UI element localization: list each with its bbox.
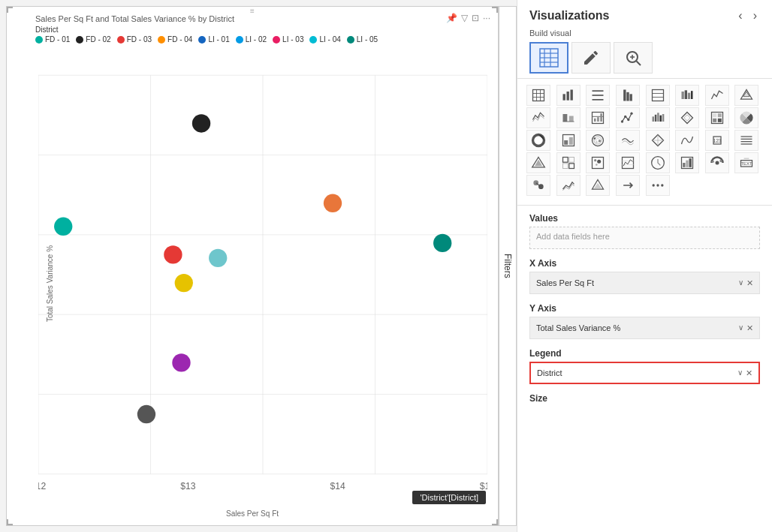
legend-value-box[interactable]: District ∨ ✕: [529, 362, 760, 384]
key-influencer-icon[interactable]: [705, 152, 729, 173]
legend-remove[interactable]: ✕: [746, 368, 752, 378]
data-point-li04[interactable]: [137, 405, 155, 423]
data-point-li01[interactable]: [324, 194, 342, 212]
pie-chart-icon[interactable]: [734, 107, 758, 128]
data-point-fd04[interactable]: [175, 274, 193, 292]
svg-rect-38: [570, 90, 572, 101]
legend-item: FD - 04: [158, 35, 192, 44]
svg-rect-77: [564, 140, 568, 145]
legend-item-label: LI - 04: [319, 35, 340, 44]
svg-rect-100: [568, 164, 574, 169]
svg-rect-58: [597, 117, 599, 122]
table-matrix-icon[interactable]: [526, 85, 550, 106]
viz-type-format[interactable]: [571, 42, 611, 74]
data-point-fd01[interactable]: [54, 218, 72, 236]
legend-chevron[interactable]: ∨: [737, 368, 743, 378]
data-point-li02[interactable]: [209, 249, 227, 267]
waterfall-icon[interactable]: [556, 130, 581, 151]
more-icon[interactable]: ···: [483, 13, 490, 23]
arrow-chart-icon[interactable]: [675, 130, 699, 151]
chart-table-icon[interactable]: [586, 107, 610, 128]
y-axis-remove[interactable]: ✕: [746, 323, 753, 333]
viz-nav-right[interactable]: ›: [750, 9, 760, 23]
multi-line-icon[interactable]: [526, 107, 550, 128]
multi-row-card-icon[interactable]: [734, 130, 758, 151]
bar-chart-icon[interactable]: [556, 85, 581, 106]
data-point-li05[interactable]: [433, 234, 451, 252]
gauge-icon[interactable]: [646, 152, 670, 173]
legend-item-label: FD - 03: [127, 35, 152, 44]
x-axis-section: X Axis Sales Per Sq Ft ∨ ✕: [517, 254, 772, 299]
donut-chart-icon[interactable]: [526, 130, 550, 151]
more-visuals-icon[interactable]: [616, 175, 640, 196]
legend-item-label: LI - 01: [208, 35, 229, 44]
expand-icon[interactable]: ⊡: [472, 13, 479, 23]
filters-tab[interactable]: Filters: [499, 6, 517, 526]
decomp-tree-icon[interactable]: [526, 152, 550, 173]
scatter-plot: 0% -2% -4% -6% -8% -10% $12 $13 $14 $15: [38, 47, 487, 503]
data-point-fd03[interactable]: [164, 245, 182, 263]
x-axis-chevron[interactable]: ∨: [738, 278, 743, 288]
values-placeholder-text: Add data fields here: [536, 232, 610, 241]
smart-narrative-icon[interactable]: [526, 175, 550, 196]
svg-rect-97: [562, 158, 568, 163]
combo-chart-icon[interactable]: [556, 107, 581, 128]
matrix-icon[interactable]: [556, 152, 581, 173]
column-chart-icon[interactable]: [616, 85, 640, 106]
legend-item: LI - 01: [198, 35, 229, 44]
horizontal-bar-icon[interactable]: [586, 85, 610, 106]
legend-dot: [309, 36, 317, 44]
svg-text:$12: $12: [38, 481, 46, 491]
svg-rect-45: [652, 90, 663, 101]
legend-item: FD - 01: [35, 35, 70, 44]
histogram-icon[interactable]: [646, 107, 670, 128]
viz-panel: Visualizations ‹ › Build visual 123TEXT: [517, 0, 772, 532]
x-axis-value-text: Sales Per Sq Ft: [536, 278, 594, 287]
data-point-li03[interactable]: [172, 353, 190, 371]
line-chart-icon[interactable]: [705, 85, 729, 106]
svg-rect-78: [568, 137, 572, 145]
viz-type-table[interactable]: [529, 42, 568, 74]
line-clustered-icon[interactable]: [616, 152, 640, 173]
svg-rect-31: [533, 90, 544, 101]
legend-item: FD - 03: [117, 35, 152, 44]
data-point-fd02[interactable]: [192, 114, 210, 132]
corner-tr: [492, 7, 498, 13]
pin-icon[interactable]: 📌: [446, 13, 457, 23]
filled-map-icon[interactable]: [586, 175, 610, 196]
kpi-icon[interactable]: 123: [705, 130, 729, 151]
table-icon2[interactable]: [646, 85, 670, 106]
values-placeholder-box[interactable]: Add data fields here: [529, 227, 760, 249]
treemap-icon[interactable]: [705, 107, 729, 128]
svg-rect-68: [662, 114, 664, 122]
stacked-bar-icon[interactable]: [675, 85, 699, 106]
ribbon-chart-icon[interactable]: [616, 130, 640, 151]
viz-nav-left[interactable]: ‹: [735, 9, 745, 23]
map-icon[interactable]: [646, 130, 670, 151]
y-axis-value-box[interactable]: Total Sales Variance % ∨ ✕: [529, 317, 760, 339]
svg-point-62: [627, 119, 629, 121]
svg-point-124: [656, 184, 659, 186]
filter-icon[interactable]: ▽: [461, 13, 468, 23]
x-axis-value-box[interactable]: Sales Per Sq Ft ∨ ✕: [529, 272, 760, 294]
dotted-line-icon[interactable]: [616, 107, 640, 128]
svg-point-75: [535, 137, 541, 143]
legend-item: LI - 03: [273, 35, 303, 44]
legend-value-text: District: [537, 368, 562, 377]
legend-title: District: [35, 26, 59, 34]
funnel-icon[interactable]: [675, 107, 699, 128]
svg-rect-99: [562, 164, 568, 169]
ribbon-icon[interactable]: [556, 175, 581, 196]
y-axis-chevron[interactable]: ∨: [738, 323, 743, 333]
scatter-plot-icon[interactable]: [586, 130, 610, 151]
viz-type-analytics[interactable]: [614, 42, 653, 74]
x-axis-remove[interactable]: ✕: [746, 278, 753, 288]
area-chart-icon[interactable]: [734, 85, 758, 106]
y-axis-label: Total Sales Variance %: [46, 245, 54, 322]
bubble-chart-icon[interactable]: [586, 152, 610, 173]
svg-rect-43: [626, 92, 629, 101]
more-icon2[interactable]: [646, 175, 670, 196]
legend-dot: [347, 36, 354, 44]
column-stacked-icon[interactable]: [675, 152, 699, 173]
text-box-icon[interactable]: TEXT: [734, 152, 758, 173]
